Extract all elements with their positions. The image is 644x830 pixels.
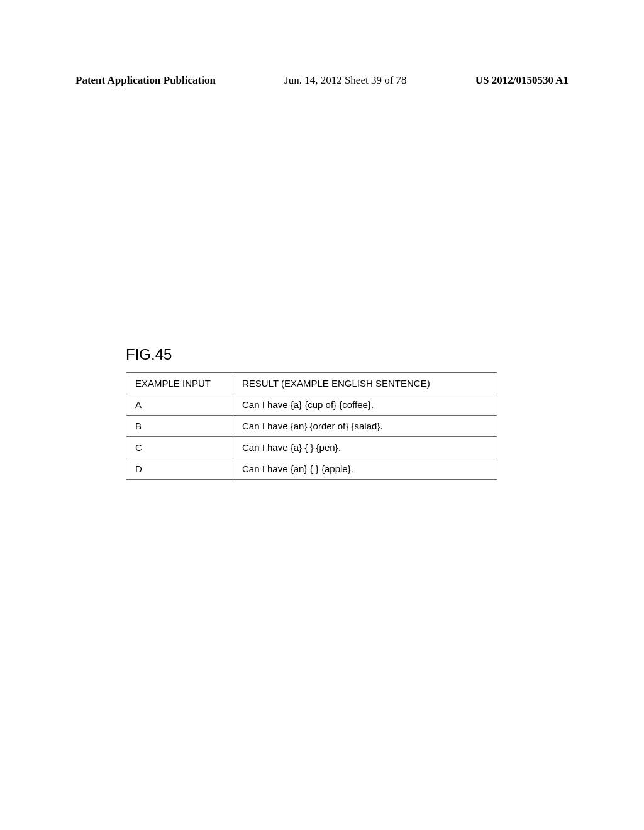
cell-result: Can I have {a} {cup of} {coffee}.	[233, 394, 497, 416]
table-row: A Can I have {a} {cup of} {coffee}.	[126, 394, 497, 416]
cell-result: Can I have {a} { } {pen}.	[233, 437, 497, 458]
cell-input: B	[126, 416, 233, 437]
cell-result: Can I have {an} { } {apple}.	[233, 458, 497, 480]
table-row: B Can I have {an} {order of} {salad}.	[126, 416, 497, 437]
cell-input: D	[126, 458, 233, 480]
cell-input: A	[126, 394, 233, 416]
header-date-sheet: Jun. 14, 2012 Sheet 39 of 78	[284, 74, 407, 87]
table-row: C Can I have {a} { } {pen}.	[126, 437, 497, 458]
page-header: Patent Application Publication Jun. 14, …	[0, 74, 644, 87]
header-publication: Patent Application Publication	[75, 74, 216, 87]
header-example-input: EXAMPLE INPUT	[126, 373, 233, 394]
example-table: EXAMPLE INPUT RESULT (EXAMPLE ENGLISH SE…	[126, 372, 497, 480]
table-header-row: EXAMPLE INPUT RESULT (EXAMPLE ENGLISH SE…	[126, 373, 497, 394]
figure-label: FIG.45	[126, 346, 172, 363]
table-row: D Can I have {an} { } {apple}.	[126, 458, 497, 480]
cell-input: C	[126, 437, 233, 458]
cell-result: Can I have {an} {order of} {salad}.	[233, 416, 497, 437]
header-patent-number: US 2012/0150530 A1	[475, 74, 569, 87]
header-result: RESULT (EXAMPLE ENGLISH SENTENCE)	[233, 373, 497, 394]
